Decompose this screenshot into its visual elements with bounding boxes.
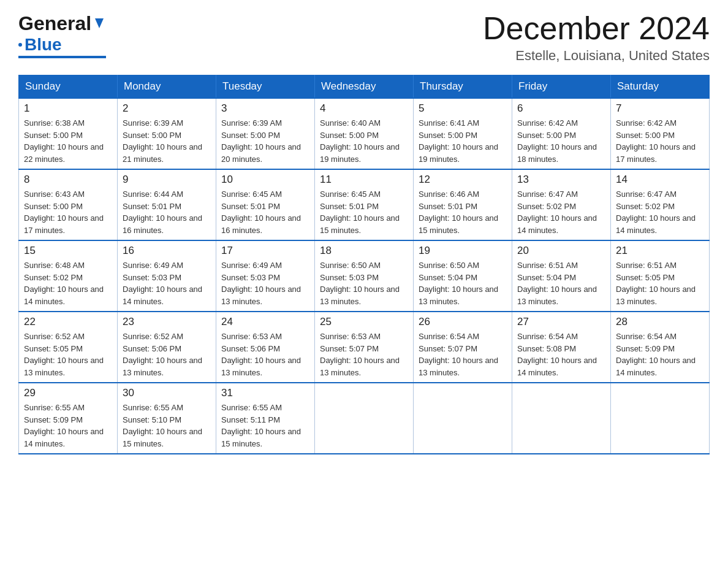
- calendar-week-row: 22 Sunrise: 6:52 AM Sunset: 5:05 PM Dayl…: [19, 312, 710, 383]
- calendar-cell: 31 Sunrise: 6:55 AM Sunset: 5:11 PM Dayl…: [216, 383, 315, 454]
- calendar-cell: 2 Sunrise: 6:39 AM Sunset: 5:00 PM Dayli…: [118, 98, 216, 169]
- sunrise-label: Sunrise: 6:47 AM: [616, 190, 677, 199]
- day-info: Sunrise: 6:42 AM Sunset: 5:00 PM Dayligh…: [616, 117, 704, 165]
- calendar-cell: 21 Sunrise: 6:51 AM Sunset: 5:05 PM Dayl…: [611, 240, 710, 312]
- day-info: Sunrise: 6:39 AM Sunset: 5:00 PM Dayligh…: [221, 117, 309, 165]
- calendar-cell: 6 Sunrise: 6:42 AM Sunset: 5:00 PM Dayli…: [512, 98, 611, 169]
- day-number: 10: [221, 174, 309, 186]
- sunrise-label: Sunrise: 6:54 AM: [616, 332, 677, 341]
- calendar-week-row: 15 Sunrise: 6:48 AM Sunset: 5:02 PM Dayl…: [19, 240, 710, 312]
- day-number: 29: [24, 387, 112, 399]
- day-number: 19: [419, 245, 507, 257]
- day-info: Sunrise: 6:38 AM Sunset: 5:00 PM Dayligh…: [24, 117, 112, 165]
- logo: General Blue: [18, 12, 106, 58]
- daylight-label: Daylight: 10 hours and 16 minutes.: [123, 213, 202, 235]
- calendar-cell: 13 Sunrise: 6:47 AM Sunset: 5:02 PM Dayl…: [512, 169, 611, 240]
- sunset-label: Sunset: 5:00 PM: [320, 131, 379, 140]
- daylight-label: Daylight: 10 hours and 14 minutes.: [517, 213, 597, 235]
- day-number: 22: [24, 316, 112, 328]
- sunset-label: Sunset: 5:01 PM: [123, 202, 181, 211]
- sunrise-label: Sunrise: 6:50 AM: [419, 261, 479, 270]
- logo-dot-icon: [18, 43, 22, 47]
- daylight-label: Daylight: 10 hours and 15 minutes.: [419, 213, 498, 235]
- day-info: Sunrise: 6:45 AM Sunset: 5:01 PM Dayligh…: [320, 188, 408, 236]
- calendar-cell: 4 Sunrise: 6:40 AM Sunset: 5:00 PM Dayli…: [315, 98, 414, 169]
- calendar-week-row: 1 Sunrise: 6:38 AM Sunset: 5:00 PM Dayli…: [19, 98, 710, 169]
- sunset-label: Sunset: 5:05 PM: [616, 273, 675, 282]
- daylight-label: Daylight: 10 hours and 14 minutes.: [616, 356, 696, 377]
- day-info: Sunrise: 6:52 AM Sunset: 5:05 PM Dayligh…: [24, 331, 112, 378]
- sunset-label: Sunset: 5:00 PM: [24, 131, 83, 140]
- day-number: 20: [517, 245, 605, 257]
- day-info: Sunrise: 6:54 AM Sunset: 5:07 PM Dayligh…: [419, 331, 507, 378]
- day-info: Sunrise: 6:53 AM Sunset: 5:06 PM Dayligh…: [221, 331, 309, 378]
- day-info: Sunrise: 6:54 AM Sunset: 5:08 PM Dayligh…: [517, 331, 605, 378]
- sunset-label: Sunset: 5:10 PM: [123, 415, 181, 424]
- daylight-label: Daylight: 10 hours and 22 minutes.: [24, 142, 104, 164]
- daylight-label: Daylight: 10 hours and 14 minutes.: [616, 213, 696, 235]
- sunset-label: Sunset: 5:11 PM: [221, 415, 280, 424]
- day-info: Sunrise: 6:48 AM Sunset: 5:02 PM Dayligh…: [24, 259, 112, 307]
- daylight-label: Daylight: 10 hours and 14 minutes.: [517, 356, 597, 377]
- sunset-label: Sunset: 5:07 PM: [320, 344, 379, 353]
- calendar-cell: [315, 383, 414, 454]
- sunset-label: Sunset: 5:04 PM: [517, 273, 576, 282]
- calendar-cell: 18 Sunrise: 6:50 AM Sunset: 5:03 PM Dayl…: [315, 240, 414, 312]
- sunrise-label: Sunrise: 6:55 AM: [123, 403, 183, 412]
- daylight-label: Daylight: 10 hours and 19 minutes.: [320, 142, 400, 164]
- sunset-label: Sunset: 5:00 PM: [419, 131, 477, 140]
- sunset-label: Sunset: 5:04 PM: [419, 273, 477, 282]
- sunset-label: Sunset: 5:02 PM: [616, 202, 675, 211]
- day-number: 7: [616, 102, 704, 115]
- sunrise-label: Sunrise: 6:41 AM: [419, 118, 479, 128]
- logo-triangle-icon: [93, 16, 106, 29]
- calendar-cell: 26 Sunrise: 6:54 AM Sunset: 5:07 PM Dayl…: [414, 312, 512, 383]
- sunset-label: Sunset: 5:03 PM: [123, 273, 181, 282]
- daylight-label: Daylight: 10 hours and 13 minutes.: [616, 285, 696, 306]
- calendar-table: SundayMondayTuesdayWednesdayThursdayFrid…: [18, 75, 710, 454]
- calendar-cell: 24 Sunrise: 6:53 AM Sunset: 5:06 PM Dayl…: [216, 312, 315, 383]
- sunrise-label: Sunrise: 6:47 AM: [517, 190, 578, 199]
- sunset-label: Sunset: 5:00 PM: [123, 131, 181, 140]
- sunset-label: Sunset: 5:08 PM: [517, 344, 576, 353]
- day-info: Sunrise: 6:55 AM Sunset: 5:10 PM Dayligh…: [123, 402, 211, 450]
- calendar-header-row: SundayMondayTuesdayWednesdayThursdayFrid…: [19, 75, 710, 99]
- sunrise-label: Sunrise: 6:52 AM: [24, 332, 85, 341]
- day-number: 15: [24, 245, 112, 257]
- sunset-label: Sunset: 5:02 PM: [24, 273, 83, 282]
- header-right: December 2024 Estelle, Louisiana, United…: [483, 12, 710, 64]
- daylight-label: Daylight: 10 hours and 13 minutes.: [320, 356, 400, 377]
- day-info: Sunrise: 6:47 AM Sunset: 5:02 PM Dayligh…: [517, 188, 605, 236]
- day-info: Sunrise: 6:53 AM Sunset: 5:07 PM Dayligh…: [320, 331, 408, 378]
- day-of-week-friday: Friday: [512, 75, 611, 99]
- sunset-label: Sunset: 5:06 PM: [221, 344, 280, 353]
- day-of-week-saturday: Saturday: [611, 75, 710, 99]
- sunrise-label: Sunrise: 6:45 AM: [320, 190, 381, 199]
- day-number: 8: [24, 174, 112, 186]
- calendar-cell: 3 Sunrise: 6:39 AM Sunset: 5:00 PM Dayli…: [216, 98, 315, 169]
- sunrise-label: Sunrise: 6:53 AM: [320, 332, 381, 341]
- sunrise-label: Sunrise: 6:51 AM: [616, 261, 677, 270]
- sunrise-label: Sunrise: 6:49 AM: [123, 261, 183, 270]
- day-of-week-monday: Monday: [118, 75, 216, 99]
- day-number: 14: [616, 174, 704, 186]
- day-info: Sunrise: 6:44 AM Sunset: 5:01 PM Dayligh…: [123, 188, 211, 236]
- daylight-label: Daylight: 10 hours and 18 minutes.: [517, 142, 597, 164]
- daylight-label: Daylight: 10 hours and 13 minutes.: [123, 356, 202, 377]
- sunrise-label: Sunrise: 6:55 AM: [24, 403, 85, 412]
- sunrise-label: Sunrise: 6:42 AM: [616, 118, 677, 128]
- day-of-week-thursday: Thursday: [414, 75, 512, 99]
- day-info: Sunrise: 6:45 AM Sunset: 5:01 PM Dayligh…: [221, 188, 309, 236]
- sunrise-label: Sunrise: 6:39 AM: [123, 118, 183, 128]
- sunset-label: Sunset: 5:09 PM: [24, 415, 83, 424]
- day-number: 12: [419, 174, 507, 186]
- day-number: 2: [123, 102, 211, 115]
- day-number: 1: [24, 102, 112, 115]
- sunset-label: Sunset: 5:06 PM: [123, 344, 181, 353]
- daylight-label: Daylight: 10 hours and 16 minutes.: [221, 213, 301, 235]
- sunset-label: Sunset: 5:03 PM: [221, 273, 280, 282]
- sunset-label: Sunset: 5:01 PM: [419, 202, 477, 211]
- sunrise-label: Sunrise: 6:46 AM: [419, 190, 479, 199]
- daylight-label: Daylight: 10 hours and 14 minutes.: [123, 285, 202, 306]
- daylight-label: Daylight: 10 hours and 14 minutes.: [24, 427, 104, 448]
